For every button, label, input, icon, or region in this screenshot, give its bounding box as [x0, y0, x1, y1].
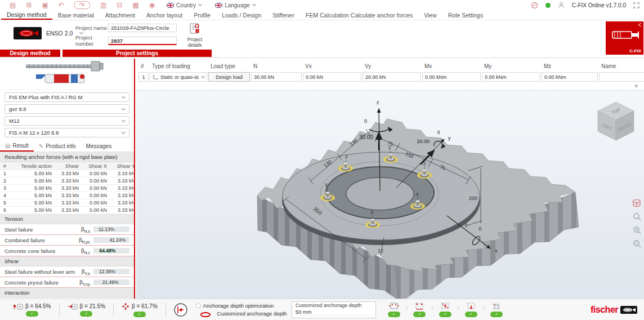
fischer-wordmark: fischer [591, 305, 618, 315]
coating-select[interactable]: gvz 8.8 [5, 104, 129, 114]
tab-anchor-layout[interactable]: Anchor layout [141, 10, 188, 20]
fischer-fish-logo [620, 306, 637, 314]
load-row: 1 Static or quasi-static Design load 30.… [138, 72, 642, 82]
step-loads-icon [466, 302, 477, 310]
chevron-down-icon [201, 74, 205, 78]
fischer-brand: fischer [591, 305, 637, 315]
calculator-icon[interactable]: ▥ [100, 2, 106, 8]
svg-text:y: y [448, 135, 451, 141]
zoom-in-icon[interactable] [633, 226, 641, 234]
step-base-material[interactable] [388, 302, 400, 317]
tab-result[interactable]: ▤Result [0, 140, 34, 152]
chevron-down-icon [122, 106, 126, 110]
status-bar: β = 64.5% β = 21.5% β = 61.7% Anchorage … [0, 299, 644, 320]
step-profile[interactable] [490, 302, 503, 317]
video-tutorial-icon[interactable]: ◉ [149, 2, 155, 8]
displacement-icon [122, 303, 129, 310]
step-anchor-layout-icon [440, 302, 451, 310]
user-icon[interactable] [558, 2, 565, 8]
load-axes-icon [153, 74, 159, 80]
support-icon[interactable] [531, 2, 538, 9]
open-project-icon[interactable]: ⊞ [26, 2, 32, 8]
fullscreen-icon[interactable] [633, 2, 639, 8]
utilization-row-steel-failure-no-lever: Steel failure without lever arm βV,s 12.… [0, 266, 134, 277]
load-my-field[interactable]: 0.00 kNm [482, 72, 540, 82]
product-size-select[interactable]: FIS A M 12 x 120 8.8 [5, 128, 129, 137]
type-of-loading-select[interactable]: Static or quasi-static [150, 72, 207, 82]
loads-header-row: #Type of loadingLoad typeNVxVyMxMyMzName [138, 63, 642, 69]
tab-stiffener[interactable]: Stiffener [267, 10, 300, 20]
tab-role-settings[interactable]: Role Settings [442, 10, 489, 20]
check-badge [26, 311, 38, 317]
3d-view-icon[interactable] [632, 199, 641, 207]
project-details-button[interactable]: i Project details [180, 23, 209, 48]
project-name-field[interactable]: 251029-FAZIIPlus-Circle [108, 24, 177, 32]
new-document-icon[interactable]: ▤ [10, 2, 16, 8]
utilization-row-concrete-cone-failure: Concrete cone failure βN,c 64.48% [0, 246, 134, 256]
tab-messages[interactable]: Messages [81, 140, 117, 152]
loads-panel: #Type of loadingLoad typeNVxVyMxMyMzName… [136, 59, 644, 91]
load-vx-field[interactable]: 0.00 kN [303, 72, 361, 82]
print-icon[interactable]: ⊟ [117, 2, 122, 8]
tab-base-material[interactable]: Base material [52, 10, 100, 20]
project-fields: Project name 251029-FAZIIPlus-Circle Pro… [75, 24, 177, 49]
customized-anchorage-depth-field[interactable]: Customized anchorage depth 50 mm [292, 301, 376, 318]
redo-icon[interactable]: ↷ [74, 1, 90, 9]
anchor-family-select[interactable]: FIS EM Plus with FIS A / RG M [5, 92, 129, 102]
step-anchor-plate[interactable] [413, 302, 426, 317]
online-status-icon [545, 3, 551, 8]
tab-view[interactable]: View [418, 10, 442, 20]
result-table-title: Resulting anchor forces (with a rigid ba… [0, 152, 134, 162]
tab-product-info[interactable]: ✎Product info [34, 140, 81, 152]
language-dropdown[interactable]: Language [215, 2, 256, 8]
save-icon[interactable]: ▣ [42, 2, 48, 8]
svg-text:0: 0 [364, 118, 367, 124]
chevron-down-icon [122, 94, 126, 98]
design-method-selector[interactable]: ENSO 2.0 [14, 27, 83, 39]
depth-field-value[interactable]: 50 mm [296, 309, 372, 315]
check-badge [388, 312, 400, 317]
load-table-icon[interactable]: ▦ [132, 2, 138, 8]
project-name-label: Project name [75, 25, 108, 31]
shear-icon [68, 303, 78, 310]
cfix-product-logo[interactable]: C-FIX [606, 21, 643, 55]
project-details-icon: i [189, 23, 201, 35]
project-number-label: Project number [75, 34, 108, 47]
fischer-logo-icon [14, 27, 42, 39]
header-panel: ENSO 2.0 Project name 251029-FAZIIPlus-C… [0, 20, 644, 58]
anchor-forces-table: #Tensile actionShearShear XShear Y 15.00… [0, 162, 134, 214]
step-arrow-icon: › [431, 304, 433, 310]
diameter-select[interactable]: M12 [5, 116, 129, 126]
step-profile-icon [491, 302, 502, 310]
undo-icon[interactable]: ↶ [59, 2, 64, 8]
tab-loads-design[interactable]: Loads / Design [216, 10, 267, 20]
country-dropdown[interactable]: Country [167, 2, 202, 8]
project-number-field[interactable]: 2937 [108, 37, 177, 45]
zoom-fit-icon[interactable] [633, 212, 641, 221]
load-mx-field[interactable]: 0.00 kNm [422, 72, 481, 82]
sidebar-panel: FIS EM Plus with FIS A / RG M gvz 8.8 M1… [0, 59, 135, 299]
tension-icon [13, 303, 23, 310]
project-settings-section-bar: Project settings [62, 50, 212, 57]
step-loads[interactable] [465, 302, 477, 317]
load-name-field[interactable] [599, 72, 644, 82]
tab-design-method[interactable]: Design method [1, 10, 52, 20]
add-load-button[interactable]: + [634, 82, 638, 90]
zoom-out-icon[interactable] [633, 239, 641, 248]
model-viewport[interactable]: 1 2 3 4 5 6 130 130 75 150 75 350 200 12 [136, 91, 644, 299]
tab-attachment[interactable]: Attachment [100, 10, 141, 20]
load-mz-field[interactable]: 0.00 kNm [542, 72, 598, 82]
radio-customized-depth[interactable]: Customized anchorage depth [196, 310, 287, 317]
load-row-number: 1 [138, 72, 149, 82]
step-arrow-icon: › [457, 304, 459, 310]
tab-fem-calculation[interactable]: FEM Calculation Calculate anchor forces [300, 10, 418, 20]
tab-profile[interactable]: Profile [188, 10, 216, 20]
step-anchor-layout[interactable] [439, 302, 451, 317]
table-row: 65.00 kN3.33 kN0.00 kN3.33 kN [0, 207, 134, 214]
radio-depth-optimization[interactable]: Anchorage depth optimization [196, 303, 287, 309]
shear-beta-label: β = 21.5% [80, 303, 106, 309]
design-load-button[interactable]: Design load [208, 72, 250, 82]
load-n-field[interactable]: 30.00 kN [251, 72, 302, 82]
title-bar: ▤ ⊞ ▣ ↶ ↷ ▥ ⊟ ▦ ◉ Country Language C-FIX… [0, 0, 644, 10]
load-vy-field[interactable]: 20.00 kN [363, 72, 421, 82]
